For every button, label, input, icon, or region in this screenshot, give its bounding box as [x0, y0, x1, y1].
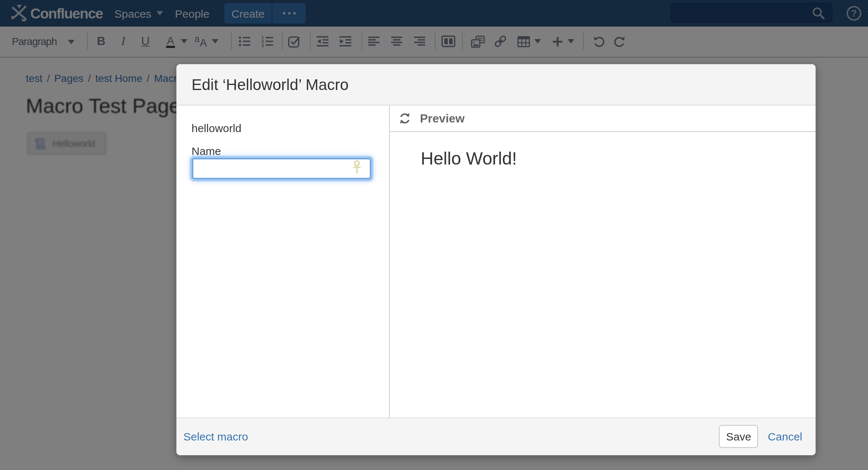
- edit-macro-dialog: Edit ‘Helloworld’ Macro helloworld Name: [176, 64, 816, 455]
- dialog-header: Edit ‘Helloworld’ Macro: [176, 64, 816, 106]
- dialog-body: helloworld Name: [176, 106, 816, 417]
- ankh-icon: [352, 160, 361, 174]
- preview-header: Preview: [390, 106, 816, 132]
- preview-body: Hello World!: [390, 132, 816, 417]
- dialog-title: Edit ‘Helloworld’ Macro: [192, 76, 349, 93]
- application-window: Confluence Spaces People Create: [0, 0, 868, 470]
- macro-preview-panel: Preview Hello World!: [390, 106, 816, 417]
- refresh-icon[interactable]: [399, 112, 411, 125]
- preview-label: Preview: [420, 112, 465, 125]
- cancel-link[interactable]: Cancel: [768, 430, 802, 443]
- save-button[interactable]: Save: [719, 425, 758, 448]
- dialog-footer: Select macro Save Cancel: [176, 417, 816, 455]
- name-input[interactable]: [192, 158, 371, 179]
- name-input-wrap: [192, 158, 371, 179]
- preview-content: Hello World!: [421, 148, 808, 169]
- macro-name: helloworld: [192, 121, 374, 135]
- name-field-label: Name: [192, 144, 374, 158]
- macro-params-panel: helloworld Name: [176, 106, 390, 417]
- select-macro-link[interactable]: Select macro: [183, 430, 248, 443]
